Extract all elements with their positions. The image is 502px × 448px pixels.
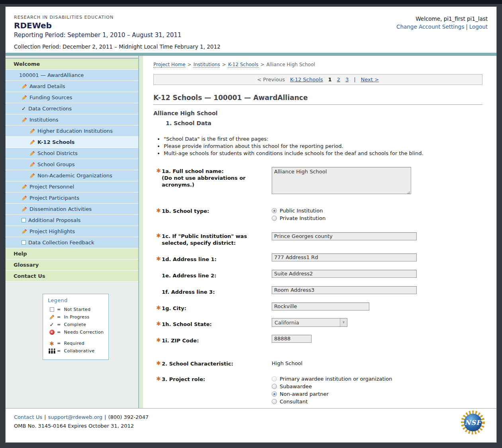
address-line-1-input[interactable] xyxy=(272,253,417,261)
pencil-icon xyxy=(22,84,27,89)
sidebar-item-dissemination-activities[interactable]: Dissemination Activities xyxy=(6,204,138,215)
zip-code-input[interactable] xyxy=(272,335,312,343)
page-container: RESEARCH IN DISABILITIES EDUCATION RDEWe… xyxy=(5,6,497,443)
sidebar-item-school-groups[interactable]: School Groups xyxy=(6,159,138,170)
instruction-item: "School Data" is the first of three page… xyxy=(164,136,482,142)
address-line-2-input[interactable] xyxy=(272,270,417,278)
page-number-current: 1 xyxy=(328,77,332,83)
breadcrumb-institutions-link[interactable]: Institutions xyxy=(193,62,220,68)
full-school-name-textarea[interactable]: Alliance High School xyxy=(272,167,411,194)
field-row-1f: 1f. Address line 3: xyxy=(156,286,482,295)
school-name-heading: Alliance High School xyxy=(153,110,482,116)
field-label-1e: 1e. Address line 2: xyxy=(162,273,216,279)
required-asterisk-icon: ✱ xyxy=(156,320,161,327)
field-label-1i: 1i. ZIP Code: xyxy=(162,338,199,344)
sidebar-item-data-corrections[interactable]: ✓Data Corrections xyxy=(6,103,138,114)
nsf-logo: NSF xyxy=(461,410,485,435)
field-row-1h: ✱1h. School State: California ▼ xyxy=(156,318,482,328)
page-number-3-link[interactable]: 3 xyxy=(345,77,349,83)
state-select[interactable]: California ▼ xyxy=(272,318,347,327)
address-line-3-input[interactable] xyxy=(272,286,417,294)
school-type-public-radio[interactable]: Public Institution xyxy=(272,207,482,214)
sidebar-item-welcome[interactable]: Welcome xyxy=(6,59,138,70)
next-page-link[interactable]: Next > xyxy=(361,77,379,83)
welcome-user-text: Welcome, pi1_first pi1_last xyxy=(396,16,488,22)
collaborative-people-icon xyxy=(48,348,56,354)
svg-text:NSF: NSF xyxy=(465,419,482,426)
sidebar-item-higher-education-institutions[interactable]: Higher Education Institutions xyxy=(6,126,138,137)
field-row-1g: ✱1g. City: xyxy=(156,302,482,312)
sidebar-item-k12-schools[interactable]: K-12 Schools xyxy=(6,137,138,148)
school-type-private-radio[interactable]: Private Institution xyxy=(272,214,482,222)
field-row-2: ✱2. School Characteristic: High School xyxy=(156,360,482,367)
logout-link[interactable]: Logout xyxy=(469,24,488,30)
field-row-3: ✱3. Project role: Primary awardee instit… xyxy=(156,375,482,405)
sidebar-item-data-collection-feedback[interactable]: Data Collection Feedback xyxy=(6,237,138,248)
sidebar-item-funding-sources[interactable]: Funding Sources xyxy=(6,92,138,103)
sidebar-item-help[interactable]: Help xyxy=(6,248,138,259)
header-brand-block: RESEARCH IN DISABILITIES EDUCATION RDEWe… xyxy=(14,15,220,50)
legend-item-needs-correction: ✕=Needs Correction xyxy=(48,328,108,336)
legend-item-collaborative: =Collaborative xyxy=(48,347,108,355)
field-label-1a-note: (Do not use abbreviations or acronyms.) xyxy=(162,175,245,188)
school-data-form: ✱1a. Full school name:(Do not use abbrev… xyxy=(153,167,482,408)
required-asterisk-icon: ✱ xyxy=(156,167,161,174)
resize-grip-icon[interactable] xyxy=(409,193,410,194)
required-asterisk-icon: ✱ xyxy=(156,305,161,311)
footer-contact-us-link[interactable]: Contact Us xyxy=(14,414,42,420)
instructions-list: "School Data" is the first of three page… xyxy=(159,136,482,156)
breadcrumb-k12-schools-link[interactable]: K-12 Schools xyxy=(228,62,258,68)
sidebar-item-project-participants[interactable]: Project Participants xyxy=(6,193,138,204)
required-asterisk-icon: ✱ xyxy=(156,375,161,382)
footer-email-link[interactable]: support@rdeweb.org xyxy=(48,414,102,420)
project-role-consultant-radio[interactable]: Consultant xyxy=(272,398,482,405)
field-row-1c: ✱1c. If "Public Institution" was selecte… xyxy=(156,232,482,246)
sidebar-item-project-highlights[interactable]: Project Highlights xyxy=(6,226,138,237)
school-characteristic-value: High School xyxy=(272,360,482,366)
change-account-settings-link[interactable]: Change Account Settings xyxy=(396,24,464,30)
field-label-1c: 1c. If "Public Institution" was selected… xyxy=(162,233,247,246)
radio-icon xyxy=(272,384,277,389)
radio-icon xyxy=(272,391,277,397)
breadcrumb-current: Alliance High School xyxy=(267,62,315,67)
previous-page-link: < Previous xyxy=(257,77,285,83)
field-label-1f: 1f. Address line 3: xyxy=(162,289,215,295)
pencil-icon xyxy=(48,314,56,320)
sidebar-item-non-academic-organizations[interactable]: Non-Academic Organizations xyxy=(6,170,138,181)
collection-period: Collection Period: December 2, 2011 – Mi… xyxy=(14,43,220,50)
legend-item-complete: ✓=Complete xyxy=(48,321,108,328)
main-content: Project Home>Institutions>K-12 Schools>A… xyxy=(139,56,496,408)
required-asterisk-icon: ✱ xyxy=(156,232,161,239)
link-separator: | xyxy=(466,24,468,30)
sidebar-item-additional-proposals[interactable]: Additional Proposals xyxy=(6,215,138,226)
pencil-icon xyxy=(22,117,27,123)
pencil-icon xyxy=(22,95,27,100)
project-role-non-award-partner-radio[interactable]: Non-award partner xyxy=(272,390,482,398)
project-role-primary-awardee-radio[interactable]: Primary awardee institution or organizat… xyxy=(272,375,482,383)
project-role-subawardee-radio[interactable]: Subawardee xyxy=(272,383,482,390)
sidebar-item-award-alliance[interactable]: 100001 — AwardAlliance xyxy=(6,70,138,81)
sidebar-item-school-districts[interactable]: School Districts xyxy=(6,148,138,159)
pencil-icon xyxy=(29,162,35,167)
page-number-2-link[interactable]: 2 xyxy=(337,77,340,83)
sidebar-item-institutions[interactable]: Institutions xyxy=(6,114,138,126)
breadcrumb-project-home-link[interactable]: Project Home xyxy=(153,62,185,68)
section-heading: 1. School Data xyxy=(166,120,482,126)
window-top-strip xyxy=(0,0,502,4)
pagination-group-link[interactable]: K-12 Schools xyxy=(290,77,323,83)
instruction-item: Please provide information about this sc… xyxy=(164,143,482,149)
sidebar-item-project-personnel[interactable]: Project Personnel xyxy=(6,181,138,193)
district-input[interactable] xyxy=(272,232,417,240)
field-row-1i: ✱1i. ZIP Code: xyxy=(156,334,482,344)
sidebar-item-glossary[interactable]: Glossary xyxy=(6,259,138,271)
page-footer: Contact Us|support@rdeweb.org|(800) 392-… xyxy=(6,408,496,442)
sidebar-item-award-details[interactable]: Award Details xyxy=(6,81,138,92)
instruction-item: Multi-age schools for students with cond… xyxy=(164,150,482,156)
city-input[interactable] xyxy=(272,303,369,310)
dropdown-arrow-icon: ▼ xyxy=(340,318,347,326)
legend-item-required: ✱=Required xyxy=(48,340,108,347)
field-label-1h: 1h. School State: xyxy=(162,321,212,327)
field-row-1b: ✱1b. School type: Public Institution Pri… xyxy=(156,207,482,222)
page-title: K-12 Schools — 100001 — AwardAlliance xyxy=(153,94,482,105)
sidebar-item-contact-us[interactable]: Contact Us xyxy=(6,271,138,282)
